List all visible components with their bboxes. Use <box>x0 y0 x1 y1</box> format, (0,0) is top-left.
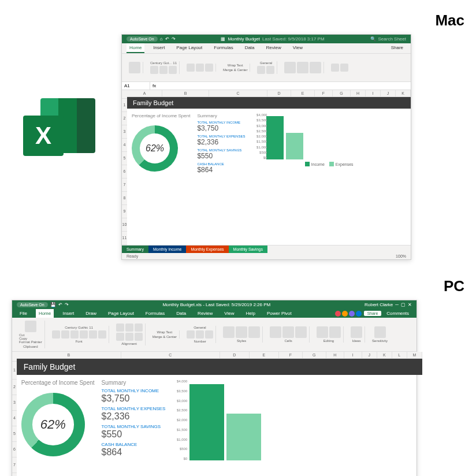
menu-draw[interactable]: Draw <box>83 309 99 318</box>
col-header[interactable]: K <box>377 352 392 358</box>
menu-review[interactable]: Review <box>263 43 284 53</box>
number-format-select[interactable]: General <box>260 61 272 65</box>
insert-cells-icon[interactable] <box>270 326 281 338</box>
menu-view[interactable]: View <box>221 309 237 318</box>
save-icon[interactable]: ⌂ <box>160 36 163 42</box>
undo-icon[interactable]: ↶ <box>58 302 62 307</box>
font-name-select[interactable]: Century Gothic <box>65 326 88 329</box>
close-icon[interactable]: ✕ <box>408 302 412 307</box>
share-button[interactable]: Share <box>364 311 382 316</box>
zoom-control[interactable]: 100% <box>396 254 406 258</box>
row-header[interactable]: 10 <box>122 218 127 232</box>
menu-view[interactable]: View <box>290 43 306 53</box>
format-table-icon[interactable] <box>236 326 247 338</box>
delete-cells-icon[interactable] <box>340 64 348 72</box>
undo-icon[interactable]: ↶ <box>165 36 169 42</box>
menu-insert[interactable]: Insert <box>60 309 77 318</box>
align-icon[interactable] <box>116 333 124 341</box>
format-table-icon[interactable] <box>297 62 308 73</box>
col-header[interactable]: E <box>291 90 315 96</box>
underline-icon[interactable] <box>169 66 177 74</box>
menu-formulas[interactable]: Formulas <box>211 43 236 53</box>
font-name-select[interactable]: Century Got... <box>150 61 172 65</box>
row-header[interactable]: 6 <box>122 165 127 178</box>
formula-input[interactable]: fx <box>150 82 411 90</box>
minimize-icon[interactable]: ─ <box>395 302 399 307</box>
comma-icon[interactable] <box>205 330 213 339</box>
search-input[interactable]: Search Sheet <box>378 36 406 42</box>
align-icon[interactable] <box>125 323 133 332</box>
col-header[interactable]: H <box>326 352 344 358</box>
border-icon[interactable] <box>80 330 88 339</box>
wrap-text-button[interactable]: Wrap Text <box>228 64 243 67</box>
row-header[interactable]: 5 <box>122 152 127 165</box>
percent-icon[interactable] <box>266 66 274 74</box>
row-header[interactable]: 8 <box>12 473 17 476</box>
row-header[interactable]: 2 <box>12 380 17 395</box>
col-header[interactable]: D <box>267 90 291 96</box>
menu-insert[interactable]: Insert <box>150 43 168 53</box>
row-header[interactable]: 11 <box>122 232 127 245</box>
align-icon[interactable] <box>135 333 143 341</box>
menu-file[interactable]: File <box>17 309 30 318</box>
row-header[interactable]: 5 <box>12 426 17 442</box>
row-header[interactable]: 2 <box>122 112 127 125</box>
col-header[interactable]: I <box>344 352 362 358</box>
bold-icon[interactable] <box>52 330 60 339</box>
wrap-text-button[interactable]: Wrap Text <box>157 330 172 334</box>
cell-styles-icon[interactable] <box>310 62 321 73</box>
col-header[interactable]: D <box>220 352 250 358</box>
user-name[interactable]: Robert Clarke <box>365 302 393 307</box>
redo-icon[interactable]: ↷ <box>172 36 176 42</box>
row-header[interactable]: 3 <box>12 395 17 411</box>
name-box[interactable]: A1 <box>122 82 150 90</box>
currency-icon[interactable] <box>257 66 265 74</box>
menu-home[interactable]: Home <box>36 309 54 318</box>
row-header[interactable]: 4 <box>122 139 127 152</box>
format-cells-icon[interactable] <box>295 326 307 338</box>
col-header[interactable]: I <box>366 90 381 96</box>
font-size-select[interactable]: 11 <box>173 61 177 65</box>
row-header[interactable]: 9 <box>122 205 127 218</box>
save-icon[interactable]: 💾 <box>50 302 56 307</box>
search-icon[interactable]: 🔍 <box>370 36 376 42</box>
col-header[interactable]: H <box>351 90 366 96</box>
share-button[interactable]: Share <box>388 43 406 53</box>
sort-filter-icon[interactable] <box>317 326 328 338</box>
menu-formulas[interactable]: Formulas <box>143 309 168 318</box>
col-header[interactable]: J <box>362 352 377 358</box>
paste-icon[interactable] <box>129 62 140 73</box>
collaborators[interactable] <box>335 311 362 317</box>
sheet-tab-income[interactable]: Monthly Income <box>148 246 186 253</box>
align-icon[interactable] <box>116 323 124 332</box>
merge-center-button[interactable]: Merge & Center <box>223 68 247 72</box>
align-center-icon[interactable] <box>196 64 204 72</box>
row-header[interactable]: 8 <box>122 192 127 205</box>
redo-icon[interactable]: ↷ <box>65 302 69 307</box>
conditional-format-icon[interactable] <box>223 326 235 338</box>
row-header[interactable]: 1 <box>12 362 17 380</box>
row-header[interactable]: 3 <box>122 125 127 139</box>
sensitivity-icon[interactable] <box>374 326 386 338</box>
col-header[interactable]: G <box>333 90 351 96</box>
fill-icon[interactable] <box>89 330 97 339</box>
col-header[interactable]: B <box>162 90 209 96</box>
align-icon[interactable] <box>125 333 133 341</box>
sheet-tab-summary[interactable]: Summary <box>122 246 148 253</box>
col-header[interactable]: F <box>315 90 333 96</box>
row-header[interactable]: 4 <box>12 411 17 426</box>
col-header[interactable]: C <box>121 352 220 358</box>
menu-help[interactable]: Help <box>243 309 258 318</box>
col-header[interactable]: B <box>17 352 121 358</box>
row-header[interactable]: 1 <box>122 99 127 112</box>
col-header[interactable]: E <box>250 352 279 358</box>
col-header[interactable]: F <box>279 352 303 358</box>
col-header[interactable]: A <box>127 90 162 96</box>
autosave-toggle[interactable]: AutoSave On <box>17 302 48 307</box>
delete-cells-icon[interactable] <box>282 326 294 338</box>
row-header[interactable]: 7 <box>12 458 17 473</box>
col-header[interactable]: K <box>396 90 411 96</box>
format-painter-button[interactable]: Format Painter <box>19 340 42 344</box>
font-size-select[interactable]: 11 <box>89 326 93 329</box>
italic-icon[interactable] <box>61 330 69 339</box>
